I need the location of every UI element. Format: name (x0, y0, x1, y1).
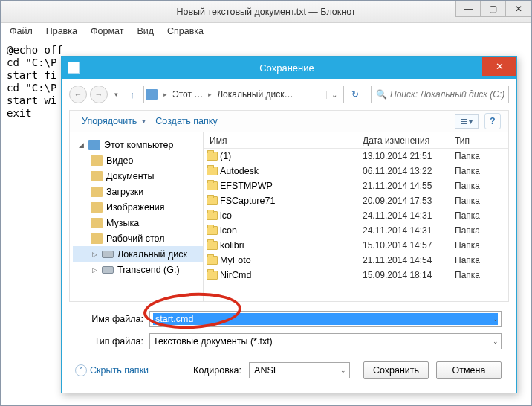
chevron-right-icon: ▸ (160, 91, 170, 98)
file-name: NirCmd (220, 270, 363, 280)
chevron-down-icon[interactable]: ⌄ (340, 367, 346, 374)
file-name: ico (220, 210, 363, 221)
toolbar: Упорядочить ▼ Создать папку ☰ ▾ ? (69, 110, 509, 132)
tree-downloads[interactable]: Загрузки (73, 184, 203, 199)
pc-icon (146, 89, 158, 100)
search-input[interactable] (390, 89, 504, 100)
chevron-down-icon[interactable]: ⌄ (493, 338, 499, 345)
file-date: 06.11.2014 13:22 (363, 166, 455, 176)
close-button[interactable]: ✕ (506, 1, 531, 17)
chevron-down-icon: ▼ (140, 118, 146, 125)
tree-this-pc[interactable]: ◢ Этот компьютер (73, 137, 203, 152)
menu-format[interactable]: Формат (85, 25, 129, 38)
file-row[interactable]: EFSTMPWP21.11.2014 14:55Папка (204, 178, 508, 193)
nav-tree[interactable]: ◢ Этот компьютер Видео Документы Загрузк… (70, 132, 204, 301)
column-headers[interactable]: Имя Дата изменения Тип (204, 132, 508, 149)
menu-file[interactable]: Файл (4, 25, 39, 38)
nav-history-dropdown[interactable]: ▾ (111, 86, 121, 103)
col-name[interactable]: Имя (204, 135, 363, 146)
dialog-titlebar[interactable]: Сохранение ✕ (62, 57, 516, 79)
refresh-button[interactable]: ↻ (347, 86, 363, 103)
file-row[interactable]: ico24.11.2014 14:31Папка (204, 208, 508, 223)
file-name: MyFoto (220, 255, 363, 265)
minimize-button[interactable]: — (455, 1, 481, 17)
file-date: 24.11.2014 14:31 (363, 210, 455, 221)
chevron-down-icon[interactable]: ⌄ (493, 315, 499, 323)
organize-menu[interactable]: Упорядочить ▼ (77, 114, 151, 129)
file-list[interactable]: (1)13.10.2014 21:51ПапкаAutodesk06.11.20… (204, 149, 508, 301)
file-date: 15.10.2014 14:57 (363, 240, 455, 251)
tree-desktop[interactable]: Рабочий стол (73, 231, 203, 246)
search-icon: 🔍 (376, 89, 387, 100)
breadcrumb-dropdown[interactable]: ⌄ (326, 91, 342, 99)
notepad-title-text: Новый текстовый документ.txt — Блокнот (1, 7, 531, 17)
filetype-select[interactable]: Текстовые документы (*.txt) ⌄ (149, 333, 502, 349)
nav-bar: ← → ▾ ↑ ▸ Этот … ▸ Локальный диск… ⌄ ↻ 🔍 (69, 83, 509, 106)
file-list-pane: Имя Дата изменения Тип (1)13.10.2014 21:… (204, 132, 508, 301)
file-type: Папка (455, 166, 508, 176)
menu-edit[interactable]: Правка (40, 25, 83, 38)
file-row[interactable]: MyFoto21.11.2014 14:54Папка (204, 253, 508, 268)
file-row[interactable]: FSCapture7120.09.2014 17:53Папка (204, 193, 508, 208)
breadcrumb-bar[interactable]: ▸ Этот … ▸ Локальный диск… ⌄ (143, 86, 344, 103)
filename-label: Имя файла: (72, 314, 149, 324)
folder-icon (204, 211, 220, 220)
tree-transcend[interactable]: ▷Transcend (G:) (73, 262, 203, 277)
notepad-titlebar[interactable]: Новый текстовый документ.txt — Блокнот —… (1, 1, 531, 23)
hide-folders-toggle[interactable]: ˄ Скрыть папки (75, 364, 149, 376)
file-row[interactable]: NirCmd15.09.2014 18:14Папка (204, 268, 508, 283)
help-button[interactable]: ? (484, 113, 501, 129)
col-type[interactable]: Тип (455, 135, 508, 146)
tree-local-disk[interactable]: ▷Локальный диск (73, 246, 203, 262)
expand-icon[interactable]: ▷ (91, 251, 98, 258)
new-folder-button[interactable]: Создать папку (151, 114, 221, 129)
nav-up-button[interactable]: ↑ (124, 86, 140, 103)
tree-documents[interactable]: Документы (73, 168, 203, 184)
tree-item-label: Рабочий стол (106, 233, 164, 244)
search-box[interactable]: 🔍 (371, 86, 509, 103)
file-type: Папка (455, 151, 508, 161)
tree-item-label: Этот компьютер (104, 140, 173, 150)
maximize-button[interactable]: ▢ (481, 1, 506, 17)
file-name: Autodesk (220, 166, 363, 176)
filetype-label: Тип файла: (72, 336, 149, 347)
nav-back-button[interactable]: ← (69, 86, 87, 103)
tree-music[interactable]: Музыка (73, 215, 203, 231)
new-folder-label: Создать папку (155, 116, 217, 126)
tree-pictures[interactable]: Изображения (73, 199, 203, 215)
file-row[interactable]: (1)13.10.2014 21:51Папка (204, 149, 508, 164)
tree-item-label: Transcend (G:) (117, 265, 180, 275)
filetype-value: Текстовые документы (*.txt) (153, 336, 498, 347)
tree-item-label: Локальный диск (117, 249, 187, 260)
file-row[interactable]: Autodesk06.11.2014 13:22Папка (204, 164, 508, 178)
encoding-value: ANSI (254, 365, 276, 376)
save-button[interactable]: Сохранить (363, 361, 429, 379)
view-mode-button[interactable]: ☰ ▾ (455, 114, 479, 129)
file-row[interactable]: icon24.11.2014 14:31Папка (204, 223, 508, 238)
encoding-label: Кодировка: (193, 365, 241, 376)
breadcrumb-this-pc[interactable]: Этот … (170, 89, 205, 100)
folder-icon (91, 187, 103, 197)
nav-forward-button[interactable]: → (90, 86, 108, 103)
dialog-close-button[interactable]: ✕ (482, 57, 516, 76)
menu-help[interactable]: Справка (161, 25, 210, 38)
tree-item-label: Изображения (106, 202, 165, 213)
col-date[interactable]: Дата изменения (363, 135, 455, 146)
file-date: 20.09.2014 17:53 (363, 196, 455, 206)
filename-input[interactable]: start.cmd ⌄ (149, 311, 502, 327)
tree-item-label: Музыка (106, 218, 139, 228)
pc-icon (88, 140, 100, 150)
folder-icon (91, 233, 103, 244)
encoding-select[interactable]: ANSI ⌄ (249, 362, 350, 378)
tree-videos[interactable]: Видео (73, 152, 203, 168)
breadcrumb-local-disk[interactable]: Локальный диск… (215, 89, 295, 100)
expand-icon[interactable]: ▷ (91, 266, 98, 274)
menu-view[interactable]: Вид (131, 25, 160, 38)
tree-item-label: Видео (106, 155, 134, 166)
cancel-button[interactable]: Отмена (436, 361, 502, 379)
collapse-icon[interactable]: ◢ (77, 141, 85, 149)
notepad-menubar: Файл Правка Формат Вид Справка (1, 23, 531, 39)
folder-icon (91, 202, 103, 213)
file-row[interactable]: kolibri15.10.2014 14:57Папка (204, 238, 508, 253)
chevron-right-icon: ▸ (205, 91, 215, 98)
